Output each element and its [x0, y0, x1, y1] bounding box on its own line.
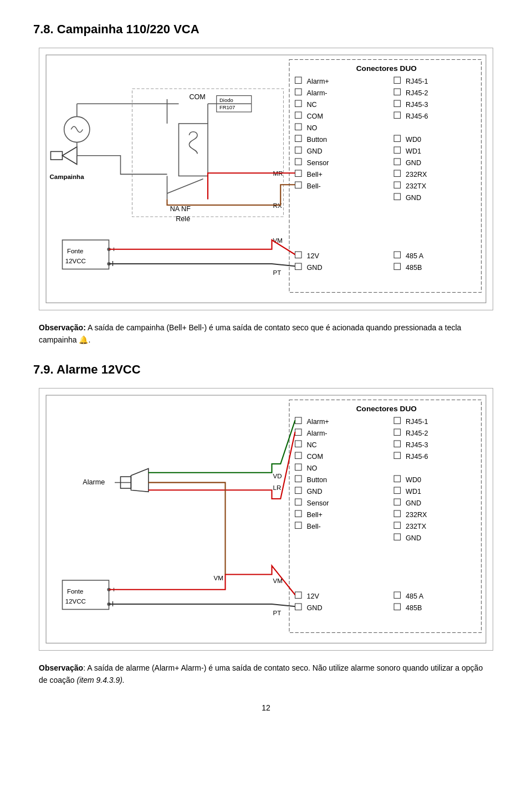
svg-rect-130 — [394, 534, 401, 540]
svg-rect-100 — [295, 487, 302, 494]
svg-text:485B: 485B — [406, 264, 422, 272]
svg-rect-33 — [394, 112, 401, 119]
svg-text:232RX: 232RX — [406, 171, 427, 178]
svg-text:RJ45-3: RJ45-3 — [406, 441, 428, 449]
svg-rect-17 — [295, 159, 302, 165]
svg-text:Bell-: Bell- — [307, 182, 321, 190]
svg-text:GND: GND — [307, 264, 323, 272]
svg-text:RJ45-2: RJ45-2 — [406, 89, 428, 97]
svg-rect-49 — [394, 263, 401, 270]
svg-text:Alarme: Alarme — [83, 478, 105, 486]
diagram1-container: Conectores DUO Alarm+ Alarm- NC COM NO B… — [39, 48, 493, 310]
svg-text:Alarm-: Alarm- — [307, 89, 328, 97]
svg-text:RJ45-6: RJ45-6 — [406, 113, 428, 120]
svg-rect-39 — [394, 159, 401, 165]
svg-text:FR107: FR107 — [219, 104, 235, 110]
svg-text:Sensor: Sensor — [307, 499, 329, 507]
svg-rect-90 — [295, 429, 302, 436]
svg-text:GND: GND — [406, 499, 421, 507]
svg-rect-114 — [394, 429, 401, 436]
svg-rect-92 — [295, 441, 302, 447]
observation2-body2: (item 9.4.3.9). — [77, 676, 125, 684]
svg-rect-106 — [295, 522, 302, 529]
svg-text:Sensor: Sensor — [307, 159, 329, 167]
svg-rect-134 — [394, 604, 401, 610]
svg-rect-132 — [394, 592, 401, 599]
svg-text:12VCC: 12VCC — [65, 258, 86, 264]
svg-text:Fonte: Fonte — [67, 588, 83, 595]
svg-rect-118 — [394, 452, 401, 459]
svg-text:Alarm+: Alarm+ — [307, 418, 329, 426]
svg-text:Bell-: Bell- — [307, 523, 321, 530]
svg-rect-27 — [394, 77, 401, 84]
svg-rect-110 — [295, 604, 302, 610]
svg-text:GND: GND — [406, 534, 421, 542]
svg-text:Relé: Relé — [176, 215, 190, 223]
svg-text:WD1: WD1 — [406, 488, 421, 495]
svg-text:WD0: WD0 — [406, 136, 421, 144]
svg-rect-122 — [394, 487, 401, 494]
svg-text:12V: 12V — [307, 252, 320, 260]
observation2-text: Observação: A saída de alarme (Alarm+ Al… — [39, 662, 493, 687]
diagram2-svg: Conectores DUO Alarm+ Alarm- NC COM NO B… — [45, 394, 487, 645]
section1-title: 7.8. Campainha 110/220 VCA — [33, 22, 499, 37]
page-number: 12 — [33, 703, 499, 712]
svg-text:VD: VD — [273, 473, 282, 480]
svg-text:RJ45-1: RJ45-1 — [406, 78, 428, 85]
svg-text:NO: NO — [307, 124, 318, 132]
svg-text:GND: GND — [406, 159, 421, 167]
svg-text:COM: COM — [307, 113, 323, 120]
svg-text:485 A: 485 A — [406, 592, 424, 600]
observation2-label: Observação — [39, 663, 83, 672]
svg-rect-19 — [295, 170, 302, 177]
svg-rect-35 — [394, 135, 401, 142]
svg-text:NC: NC — [307, 441, 317, 449]
svg-text:GND: GND — [307, 147, 323, 155]
svg-rect-3 — [295, 77, 302, 84]
svg-text:COM: COM — [307, 453, 323, 461]
svg-rect-98 — [295, 476, 302, 482]
observation1-text: Observação: A saída de campainha (Bell+ … — [39, 321, 493, 346]
svg-text:Conectores DUO: Conectores DUO — [356, 65, 417, 73]
svg-rect-45 — [394, 193, 401, 200]
svg-rect-5 — [295, 89, 302, 95]
svg-text:PT: PT — [273, 269, 282, 276]
svg-rect-104 — [295, 510, 302, 517]
svg-text:Diodo: Diodo — [219, 97, 233, 103]
svg-rect-13 — [295, 135, 302, 142]
svg-text:VM: VM — [273, 578, 283, 585]
svg-rect-102 — [295, 499, 302, 505]
svg-text:Button: Button — [307, 476, 327, 484]
svg-text:GND: GND — [307, 604, 323, 612]
svg-rect-29 — [394, 89, 401, 95]
svg-rect-47 — [394, 252, 401, 258]
svg-rect-11 — [295, 124, 302, 130]
diagram1-svg: Conectores DUO Alarm+ Alarm- NC COM NO B… — [45, 54, 487, 304]
svg-text:Bell+: Bell+ — [307, 511, 323, 519]
svg-rect-116 — [394, 441, 401, 447]
svg-text:232TX: 232TX — [406, 182, 427, 190]
diagram2-container: Conectores DUO Alarm+ Alarm- NC COM NO B… — [39, 388, 493, 651]
svg-text:LR: LR — [273, 485, 282, 492]
svg-rect-88 — [295, 417, 302, 424]
svg-rect-21 — [295, 182, 302, 188]
svg-text:RJ45-3: RJ45-3 — [406, 101, 428, 109]
svg-rect-43 — [394, 182, 401, 188]
svg-text:Conectores DUO: Conectores DUO — [356, 405, 417, 413]
svg-text:485B: 485B — [406, 604, 422, 612]
svg-text:PT: PT — [273, 610, 282, 616]
svg-rect-41 — [394, 170, 401, 177]
svg-text:VM: VM — [273, 237, 283, 244]
svg-text:RJ45-2: RJ45-2 — [406, 430, 428, 437]
svg-rect-112 — [394, 417, 401, 424]
svg-text:WD1: WD1 — [406, 147, 421, 155]
svg-text:Campainha: Campainha — [49, 173, 84, 180]
svg-rect-120 — [394, 476, 401, 482]
svg-text:GND: GND — [406, 194, 421, 202]
svg-text:NO: NO — [307, 464, 318, 472]
svg-rect-23 — [295, 252, 302, 258]
svg-rect-37 — [394, 147, 401, 154]
svg-text:RJ45-6: RJ45-6 — [406, 453, 428, 461]
svg-rect-25 — [295, 263, 302, 270]
svg-text:GND: GND — [307, 488, 323, 495]
